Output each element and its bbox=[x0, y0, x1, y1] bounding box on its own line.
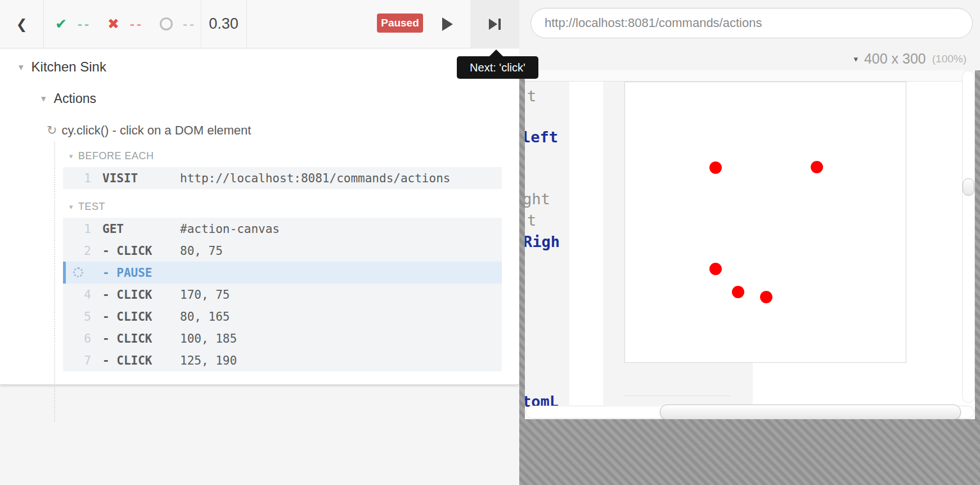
command-number: 7 bbox=[63, 354, 91, 367]
command-method: - CLICK bbox=[102, 354, 180, 367]
cypress-test-runner: ❮ ✔ -- ✖ -- -- 0.30 Paused bbox=[0, 0, 980, 485]
code-text-fragment: t bbox=[527, 212, 536, 229]
pending-count: -- bbox=[182, 17, 195, 31]
command-row[interactable]: 2- CLICK80, 75 bbox=[63, 240, 502, 262]
suite-title-label: Actions bbox=[54, 91, 96, 106]
back-button[interactable]: ❮ bbox=[0, 0, 43, 48]
url-text: http://localhost:8081/commands/actions bbox=[545, 16, 762, 30]
reporter-toolbar: ❮ ✔ -- ✖ -- -- 0.30 Paused bbox=[0, 0, 519, 48]
command-args: 170, 75 bbox=[180, 288, 230, 302]
command-row[interactable]: 7- CLICK125, 190 bbox=[63, 349, 502, 371]
command-row[interactable]: 1VISIThttp://localhost:8081/commands/act… bbox=[63, 167, 502, 189]
click-dot bbox=[811, 161, 823, 173]
viewport-size-row: ▾ 400 x 300 (100%) bbox=[853, 51, 966, 67]
viewport-size: 400 x 300 bbox=[864, 51, 926, 67]
command-number: 1 bbox=[63, 222, 91, 236]
click-dot bbox=[732, 286, 744, 298]
url-bar[interactable]: http://localhost:8081/commands/actions bbox=[531, 8, 973, 38]
aut-header: http://localhost:8081/commands/actions ▾… bbox=[519, 0, 980, 70]
test-title-label: cy.click() - click on a DOM element bbox=[61, 123, 251, 138]
tests-passed-stat: ✔ -- bbox=[55, 0, 90, 48]
next-command-tooltip: Next: 'click' bbox=[457, 56, 538, 79]
next-step-button[interactable] bbox=[470, 0, 519, 48]
passed-count: -- bbox=[77, 17, 90, 31]
paused-badge: Paused bbox=[377, 14, 423, 33]
test-indent-line bbox=[54, 142, 55, 421]
passed-check-icon: ✔ bbox=[55, 16, 67, 32]
hook-label: BEFORE EACH bbox=[78, 150, 154, 162]
command-row[interactable]: 6- CLICK100, 185 bbox=[63, 327, 502, 349]
command-args: 125, 190 bbox=[180, 354, 237, 367]
tests-pending-stat: -- bbox=[160, 0, 195, 48]
command-number: 1 bbox=[63, 172, 91, 185]
vertical-scrollbar-thumb[interactable] bbox=[963, 178, 974, 196]
command-number: 2 bbox=[63, 244, 91, 258]
code-divider bbox=[624, 396, 731, 396]
command-row[interactable]: 4- CLICK170, 75 bbox=[63, 284, 502, 306]
suite-kitchen-sink[interactable]: ▾ Kitchen Sink bbox=[19, 59, 106, 75]
command-number: 5 bbox=[63, 310, 91, 324]
step-forward-icon bbox=[489, 19, 497, 30]
command-args: http://localhost:8081/commands/actions bbox=[180, 172, 450, 185]
collapse-caret-icon: ▾ bbox=[19, 61, 24, 73]
code-text-fragment: ght bbox=[525, 190, 550, 208]
command-row[interactable]: 5- CLICK80, 165 bbox=[63, 306, 502, 327]
vertical-scrollbar-track[interactable] bbox=[962, 70, 975, 403]
command-row[interactable]: 1GET#action-canvas bbox=[63, 218, 502, 240]
command-method: - CLICK bbox=[102, 310, 180, 324]
collapse-caret-icon: ▾ bbox=[41, 93, 46, 105]
aut-panel: http://localhost:8081/commands/actions ▾… bbox=[519, 0, 980, 485]
command-method: - CLICK bbox=[102, 288, 180, 302]
command-method: GET bbox=[102, 222, 180, 236]
command-method: VISIT bbox=[102, 172, 180, 185]
code-text-fragment: Righ bbox=[525, 233, 560, 250]
tests-failed-stat: ✖ -- bbox=[107, 0, 142, 48]
reporter-panel: ❮ ✔ -- ✖ -- -- 0.30 Paused bbox=[0, 0, 519, 485]
command-args: 80, 165 bbox=[180, 310, 230, 324]
test-running-spinner-icon: ↻ bbox=[47, 123, 57, 138]
suite-actions[interactable]: ▾ Actions bbox=[41, 91, 96, 106]
click-dot bbox=[709, 263, 722, 275]
viewport-dropdown-caret-icon[interactable]: ▾ bbox=[853, 54, 858, 64]
aut-iframe: tleftghttRightomL bbox=[525, 70, 975, 419]
click-dot bbox=[760, 291, 772, 303]
collapse-caret-icon: ▾ bbox=[69, 152, 73, 160]
viewport-zoom: (100%) bbox=[932, 53, 966, 65]
command-args: 80, 75 bbox=[180, 244, 223, 258]
tooltip-arrow bbox=[489, 50, 503, 56]
pause-spinner-icon bbox=[73, 267, 83, 277]
page-top-strip bbox=[525, 70, 975, 82]
command-log: ▾ Kitchen Sink ▾ Actions ↻ cy.click() - … bbox=[0, 49, 519, 385]
command-row[interactable]: - PAUSE bbox=[63, 262, 502, 284]
command-method: - CLICK bbox=[102, 244, 180, 258]
hook-before-each[interactable]: ▾ BEFORE EACH bbox=[69, 150, 154, 162]
pending-circle-icon bbox=[160, 17, 173, 30]
test-cy-click[interactable]: ↻ cy.click() - click on a DOM element bbox=[47, 123, 251, 138]
hook-label: TEST bbox=[78, 201, 105, 213]
code-text-fragment: left bbox=[525, 128, 558, 146]
hook-test[interactable]: ▾ TEST bbox=[69, 201, 105, 213]
command-args: #action-canvas bbox=[180, 222, 280, 236]
horizontal-scrollbar-thumb[interactable] bbox=[660, 405, 961, 419]
paused-indicator-bar bbox=[63, 262, 66, 284]
toolbar-divider bbox=[246, 0, 247, 48]
click-dot bbox=[709, 161, 722, 174]
toolbar-divider bbox=[43, 0, 44, 48]
resume-button[interactable] bbox=[433, 0, 461, 48]
play-icon bbox=[442, 17, 453, 31]
action-canvas[interactable] bbox=[624, 82, 906, 363]
suite-title-label: Kitchen Sink bbox=[32, 59, 106, 75]
code-text-fragment: t bbox=[527, 87, 536, 105]
step-forward-icon-bar bbox=[498, 19, 501, 30]
failed-count: -- bbox=[129, 17, 142, 31]
elapsed-time: 0.30 bbox=[201, 0, 246, 48]
command-method: - PAUSE bbox=[102, 266, 180, 280]
collapse-caret-icon: ▾ bbox=[69, 203, 73, 211]
command-number: 6 bbox=[63, 332, 91, 345]
command-number: 4 bbox=[63, 288, 91, 302]
command-args: 100, 185 bbox=[180, 332, 237, 345]
failed-x-icon: ✖ bbox=[107, 16, 119, 32]
command-method: - CLICK bbox=[102, 332, 180, 345]
